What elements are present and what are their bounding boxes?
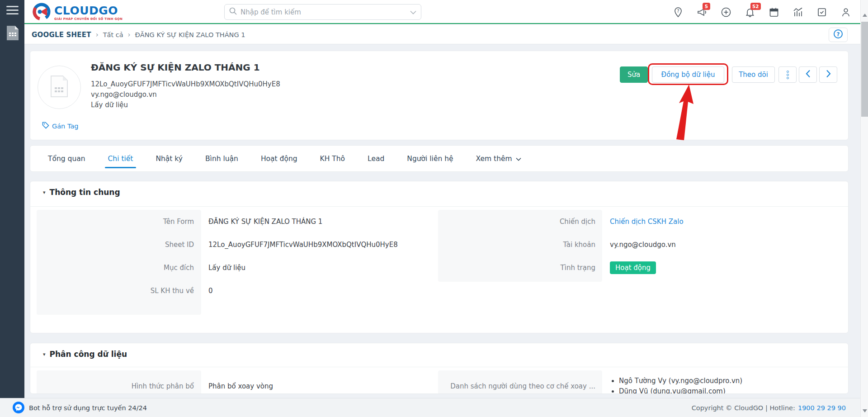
chevron-down-icon bbox=[516, 155, 521, 163]
breadcrumb-root[interactable]: GOOGLE SHEET bbox=[32, 31, 91, 39]
list-item: Ngô Tường Vy (vy.ngo@cloudpro.vn) bbox=[619, 376, 742, 386]
previous-record-button[interactable] bbox=[799, 66, 817, 83]
caret-down-icon: ▾ bbox=[43, 190, 46, 195]
svg-text:?: ? bbox=[837, 31, 840, 38]
user-icon[interactable] bbox=[840, 7, 851, 18]
support-chat[interactable]: Bot hỗ trợ sử dụng trực tuyến 24/24 bbox=[13, 398, 147, 417]
field-value: 12Lo_AuoyGFUF7JMFTicvWaUHb9XMOXbQtIVQHu0… bbox=[201, 241, 398, 249]
vertical-scrollbar bbox=[860, 0, 868, 417]
section-general-header[interactable]: ▾ Thông tin chung bbox=[43, 188, 120, 197]
messenger-icon bbox=[13, 402, 24, 415]
field-label: SL KH thu về bbox=[37, 287, 201, 295]
field-label: Mục đích bbox=[37, 264, 201, 272]
assignment-right-column: Danh sách người dùng theo cơ chế xoay ..… bbox=[438, 370, 843, 394]
breadcrumb-section[interactable]: Tất cả bbox=[103, 31, 123, 38]
tab-nguoi-lien-he[interactable]: Người liên hệ bbox=[396, 146, 464, 171]
field-value: Phân bổ xoay vòng bbox=[201, 382, 273, 390]
support-label: Bot hỗ trợ sử dụng trực tuyến 24/24 bbox=[29, 404, 147, 412]
megaphone-badge: 5 bbox=[703, 3, 710, 10]
footer-copyright: Copyright © CloudGO | Hotline: bbox=[692, 404, 795, 412]
tasks-icon[interactable] bbox=[816, 7, 827, 18]
search-chevron-down-icon[interactable] bbox=[410, 8, 416, 16]
follow-button[interactable]: Theo dõi bbox=[732, 66, 775, 83]
breadcrumb-current: ĐĂNG KÝ SỰ KIỆN ZALO THÁNG 1 bbox=[135, 31, 245, 38]
kebab-icon bbox=[787, 70, 789, 80]
status-badge: Hoạt động bbox=[610, 261, 656, 274]
field-value: ĐĂNG KÝ SỰ KIỆN ZALO THÁNG 1 bbox=[201, 218, 322, 226]
plus-circle-icon[interactable] bbox=[721, 7, 731, 18]
chevron-right-icon bbox=[826, 70, 831, 80]
bell-badge: 52 bbox=[750, 3, 761, 10]
campaign-link[interactable]: Chiến dịch CSKH Zalo bbox=[603, 218, 684, 226]
record-sheet-id: 12Lo_AuoyGFUF7JMFTicvWaUHb9XMOXbQtIVQHu0… bbox=[91, 79, 280, 90]
breadcrumb: GOOGLE SHEET › Tất cả › ĐĂNG KÝ SỰ KIỆN … bbox=[32, 25, 245, 44]
breadcrumb-separator: › bbox=[123, 31, 135, 39]
tab-hoat-dong[interactable]: Hoạt động bbox=[250, 146, 309, 171]
field-label: Chiến dịch bbox=[438, 218, 603, 226]
sidebar-item-google-sheet[interactable] bbox=[6, 25, 19, 41]
breadcrumb-separator: › bbox=[91, 31, 103, 39]
scrollbar-thumb[interactable] bbox=[861, 22, 868, 117]
record-email: vy.ngo@cloudgo.vn bbox=[91, 90, 280, 100]
megaphone-icon[interactable]: 5 bbox=[697, 7, 708, 18]
app-root: CLOUDGO GIẢI PHÁP CHUYỂN ĐỔI SỐ TINH GỌN… bbox=[0, 0, 868, 417]
tab-kh-tho[interactable]: KH Thô bbox=[309, 146, 357, 171]
top-bar: CLOUDGO GIẢI PHÁP CHUYỂN ĐỔI SỐ TINH GỌN… bbox=[24, 0, 860, 24]
file-icon bbox=[50, 75, 69, 100]
help-button[interactable]: ? bbox=[829, 28, 848, 42]
scroll-up-arrow[interactable] bbox=[863, 14, 867, 17]
caret-down-icon: ▾ bbox=[43, 351, 46, 357]
svg-text:?: ? bbox=[677, 8, 679, 13]
record-avatar bbox=[38, 66, 81, 109]
search-icon bbox=[229, 7, 237, 17]
question-icon: ? bbox=[833, 29, 843, 41]
google-sheet-module-icon bbox=[6, 34, 19, 43]
search-input[interactable] bbox=[241, 8, 410, 16]
tab-more[interactable]: Xem thêm bbox=[465, 146, 533, 171]
record-tabs: Tổng quan Chi tiết Nhật ký Bình luận Hoạ… bbox=[30, 145, 849, 172]
logo-title: CLOUDGO bbox=[54, 5, 123, 17]
more-actions-button[interactable] bbox=[778, 66, 797, 83]
assignment-left-column: Hình thức phân bổPhân bổ xoay vòng bbox=[37, 370, 434, 394]
field-label: Tên Form bbox=[37, 218, 201, 226]
tab-nhat-ky[interactable]: Nhật ký bbox=[144, 146, 194, 171]
assign-tag-button[interactable]: Gán Tag bbox=[42, 122, 78, 130]
next-record-button[interactable] bbox=[819, 66, 837, 83]
field-value: Lấy dữ liệu bbox=[201, 264, 245, 272]
field-label: Tình trạng bbox=[438, 264, 603, 272]
section-data-assignment: ▾ Phân công dữ liệu Hình thức phân bổPhâ… bbox=[30, 343, 849, 394]
analytics-icon[interactable] bbox=[793, 7, 803, 18]
field-value: 0 bbox=[201, 287, 213, 295]
tab-binh-luan[interactable]: Bình luận bbox=[194, 146, 250, 171]
bell-icon[interactable]: 52 bbox=[745, 7, 755, 18]
sync-data-button[interactable]: Đồng bộ dữ liệu bbox=[652, 66, 724, 83]
record-header-card: ĐĂNG KÝ SỰ KIỆN ZALO THÁNG 1 12Lo_AuoyGF… bbox=[30, 51, 849, 140]
hotline-link[interactable]: 1900 29 29 90 bbox=[798, 404, 846, 412]
assign-tag-label: Gán Tag bbox=[52, 123, 78, 130]
scroll-down-arrow[interactable] bbox=[863, 409, 867, 412]
menu-icon[interactable] bbox=[6, 6, 19, 18]
location-help-icon[interactable]: ? bbox=[673, 7, 684, 18]
tab-lead[interactable]: Lead bbox=[356, 146, 396, 171]
section-general-info: ▾ Thông tin chung Tên FormĐĂNG KÝ SỰ KIỆ… bbox=[30, 181, 849, 333]
cloudgo-logo[interactable]: CLOUDGO GIẢI PHÁP CHUYỂN ĐỔI SỐ TINH GỌN bbox=[32, 2, 123, 24]
header-icons: ? 5 52 bbox=[673, 0, 851, 24]
tag-icon bbox=[42, 122, 49, 130]
assigned-user-list: Ngô Tường Vy (vy.ngo@cloudpro.vn) Dũng V… bbox=[610, 376, 742, 394]
field-value: vy.ngo@cloudgo.vn bbox=[603, 241, 676, 249]
chevron-left-icon bbox=[806, 70, 811, 80]
section-assignment-header[interactable]: ▾ Phân công dữ liệu bbox=[43, 350, 127, 359]
footer-bar: Bot hỗ trợ sử dụng trực tuyến 24/24 Copy… bbox=[0, 398, 860, 417]
tab-tong-quan[interactable]: Tổng quan bbox=[37, 146, 97, 171]
logo-mark-icon bbox=[32, 2, 52, 24]
breadcrumb-bar: GOOGLE SHEET › Tất cả › ĐĂNG KÝ SỰ KIỆN … bbox=[24, 25, 860, 44]
tab-chi-tiet[interactable]: Chi tiết bbox=[97, 146, 145, 171]
field-label: Hình thức phân bổ bbox=[37, 382, 201, 390]
general-right-column: Chiến dịchChiến dịch CSKH Zalo Tài khoản… bbox=[438, 210, 843, 282]
edit-button[interactable]: Sửa bbox=[620, 66, 648, 83]
section-general-title: Thông tin chung bbox=[50, 188, 120, 197]
record-purpose: Lấy dữ liệu bbox=[91, 100, 280, 110]
calendar-icon[interactable] bbox=[769, 7, 779, 18]
global-search bbox=[224, 4, 421, 20]
record-title: ĐĂNG KÝ SỰ KIỆN ZALO THÁNG 1 bbox=[91, 62, 260, 73]
